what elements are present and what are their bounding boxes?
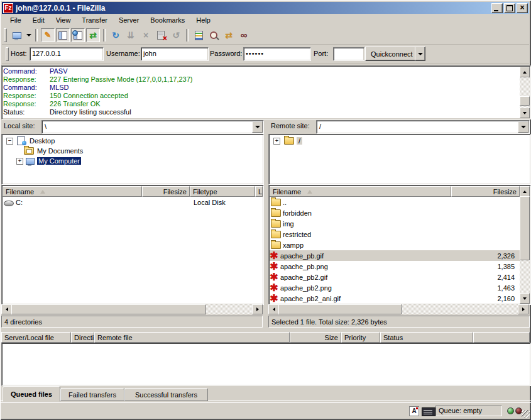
remote-row[interactable]: restricted (270, 229, 520, 240)
speed-limits-icon[interactable] (422, 407, 435, 416)
column-header-size[interactable]: Size (290, 332, 341, 343)
column-header-filesize[interactable]: Filesize (142, 186, 190, 197)
remote-row[interactable]: xampp (270, 240, 520, 250)
column-header-status[interactable]: Status (380, 332, 473, 343)
message-log[interactable]: Command:PASV Response:227 Entering Passi… (1, 65, 531, 119)
remote-list-vscrollbar[interactable] (520, 186, 530, 304)
tree-item-root[interactable]: + / (270, 136, 529, 146)
menu-view[interactable]: View (50, 15, 77, 25)
password-input[interactable]: •••••• (243, 47, 311, 61)
maximize-button[interactable] (504, 3, 515, 13)
remote-row[interactable]: .. (270, 197, 520, 207)
remote-site-combo[interactable]: / (316, 120, 530, 134)
host-input[interactable]: 127.0.0.1 (30, 47, 104, 61)
menu-help[interactable]: Help (190, 15, 216, 25)
remote-row-selected[interactable]: ✱apache_pb.gif2,326 (270, 250, 520, 261)
local-site-value: \ (45, 122, 47, 131)
local-site-dropdown[interactable] (252, 121, 263, 133)
menu-transfer[interactable]: Transfer (76, 15, 113, 25)
expand-icon[interactable]: + (16, 158, 23, 165)
process-queue-button[interactable]: ⇊ (124, 28, 138, 42)
ascii-data-type-icon[interactable]: A (409, 406, 419, 416)
toggle-message-log-button[interactable]: ✎ (41, 28, 55, 42)
site-manager-button[interactable] (10, 28, 24, 42)
remote-row[interactable]: ✱apache_pb2_ani.gif2,160 (270, 293, 520, 304)
remote-tree-icon (74, 31, 82, 40)
collapse-icon[interactable]: − (6, 138, 13, 145)
column-header-remote-file[interactable]: Remote file (94, 332, 290, 343)
find-files-button[interactable]: ∞ (237, 28, 251, 42)
column-header-filename[interactable]: Filename (3, 186, 142, 197)
reconnect-button[interactable]: ↺ (169, 28, 183, 42)
quickconnect-grip[interactable] (6, 47, 9, 61)
filters-button[interactable] (192, 28, 205, 42)
menu-file[interactable]: File (4, 15, 27, 25)
scroll-up-button[interactable] (520, 186, 530, 197)
remote-row[interactable]: ✱apache_pb2.png1,463 (270, 282, 520, 293)
scroll-left-button[interactable] (268, 304, 279, 314)
refresh-button[interactable]: ↻ (109, 28, 123, 42)
local-site-combo[interactable]: \ (41, 120, 264, 134)
local-row-c-drive[interactable]: C: Local Disk (3, 197, 263, 207)
menu-server[interactable]: Server (113, 15, 145, 25)
column-header-filename[interactable]: Filename (270, 186, 451, 197)
column-header-filetype[interactable]: Filetype (190, 186, 255, 197)
local-list-hscrollbar[interactable] (1, 304, 263, 314)
remote-file-list: Filename Filesize .. forbidden img restr… (268, 185, 531, 305)
remote-row[interactable]: img (270, 218, 520, 229)
quickconnect-button[interactable]: Quickconnect (365, 47, 419, 61)
toolbar-grip[interactable] (4, 28, 7, 42)
disconnect-button[interactable] (154, 28, 168, 42)
column-header-lastmodified[interactable]: L (255, 186, 263, 197)
tree-item-my-computer[interactable]: + My Computer (3, 156, 262, 166)
scroll-thumb[interactable] (520, 196, 530, 260)
remote-list-header: Filename Filesize (270, 186, 520, 197)
remote-row[interactable]: forbidden (270, 207, 520, 218)
quickconnect-dropdown[interactable] (415, 47, 425, 61)
close-button[interactable]: × (517, 3, 528, 13)
remote-list-hscrollbar[interactable] (268, 304, 528, 314)
menu-bookmarks[interactable]: Bookmarks (145, 15, 190, 25)
remote-row[interactable]: ✱apache_pb.png1,385 (270, 261, 520, 272)
scroll-right-button[interactable] (252, 304, 263, 314)
tab-queued-files[interactable]: Queued files (3, 386, 60, 402)
toggle-queue-button[interactable]: ⇄ (86, 28, 100, 42)
cancel-button[interactable]: × (139, 28, 153, 42)
username-input[interactable]: john (141, 47, 209, 61)
menu-edit[interactable]: Edit (27, 15, 50, 25)
column-header-direction[interactable]: Directi... (71, 332, 94, 343)
synchronized-browsing-button[interactable]: ⇄ (222, 28, 236, 42)
queue-list[interactable] (1, 343, 531, 386)
port-input[interactable] (333, 47, 364, 61)
tab-successful-transfers[interactable]: Successful transfers (124, 388, 208, 401)
toggle-local-tree-button[interactable] (56, 28, 70, 42)
title-bar[interactable]: Fz john@127.0.0.1 - FileZilla × (2, 2, 529, 14)
file-name: apache_pb.gif (278, 252, 324, 260)
column-header-filesize[interactable]: Filesize (451, 186, 520, 197)
scroll-up-button[interactable] (520, 67, 530, 77)
scroll-down-button[interactable] (520, 108, 530, 118)
remote-row[interactable]: ✱apache_pb2.gif2,414 (270, 272, 520, 282)
expand-icon[interactable]: + (273, 138, 280, 145)
directory-comparison-button[interactable] (207, 28, 221, 42)
tree-item-desktop[interactable]: − Desktop (3, 136, 262, 146)
toggle-remote-tree-button[interactable] (71, 28, 85, 42)
scroll-down-button[interactable] (520, 293, 530, 304)
username-label: Username: (106, 50, 140, 57)
minimize-button[interactable] (491, 3, 503, 13)
tree-item-label: / (297, 137, 302, 145)
host-label: Host: (11, 50, 27, 57)
site-manager-dropdown[interactable] (25, 28, 33, 42)
scroll-thumb[interactable] (520, 96, 530, 106)
log-vscrollbar[interactable] (520, 67, 530, 118)
scroll-thumb[interactable] (278, 304, 402, 314)
tree-item-my-documents[interactable]: My Documents (3, 146, 262, 156)
remote-site-dropdown[interactable] (518, 121, 528, 133)
scroll-thumb[interactable] (11, 304, 206, 314)
scroll-left-button[interactable] (1, 304, 12, 314)
scroll-right-button[interactable] (518, 304, 528, 314)
resize-grip[interactable] (522, 410, 530, 418)
column-header-priority[interactable]: Priority (341, 332, 380, 343)
column-header-server-local-file[interactable]: Server/Local file (1, 332, 71, 343)
tab-failed-transfers[interactable]: Failed transfers (60, 388, 124, 401)
